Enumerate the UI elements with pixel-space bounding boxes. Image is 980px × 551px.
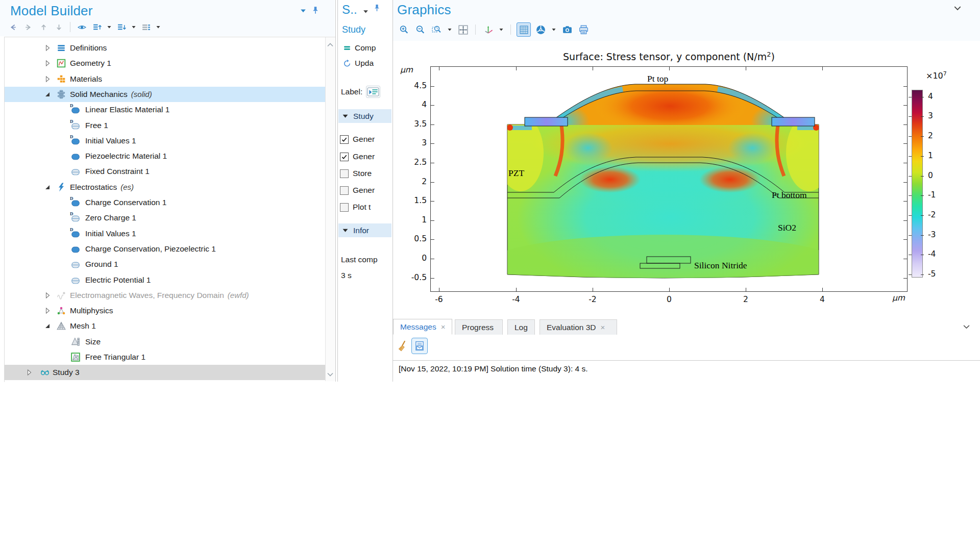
close-tab-icon[interactable]: × bbox=[601, 323, 605, 332]
zoom-out-button[interactable] bbox=[413, 23, 427, 36]
tree-item-label: Mesh 1 bbox=[70, 321, 96, 330]
move-down-button[interactable] bbox=[52, 20, 65, 34]
grid-button[interactable] bbox=[517, 22, 531, 37]
clear-broom-icon[interactable] bbox=[397, 340, 409, 352]
collapse-all-button[interactable] bbox=[90, 20, 104, 34]
tree-node-text-button[interactable] bbox=[139, 20, 153, 34]
tab-log[interactable]: Log bbox=[507, 319, 535, 335]
zoom-in-icon bbox=[399, 24, 409, 35]
scroll-up-icon[interactable] bbox=[327, 40, 334, 45]
tree-item-electrostatics[interactable]: Electrostatics(es) bbox=[5, 180, 325, 195]
pin-icon[interactable] bbox=[311, 6, 320, 16]
collapse-node-icon[interactable] bbox=[43, 90, 52, 98]
expand-node-icon[interactable] bbox=[43, 59, 52, 67]
x-tick-label: 0 bbox=[660, 295, 678, 304]
expand-node-icon[interactable] bbox=[43, 291, 52, 299]
colorbar-tick bbox=[921, 235, 924, 236]
tree-item-study-3[interactable]: Study 3 bbox=[5, 365, 325, 380]
dropdown-caret-icon[interactable] bbox=[130, 20, 137, 34]
show-button[interactable] bbox=[75, 20, 88, 34]
snapshot-button[interactable] bbox=[560, 23, 574, 36]
tree-item-label: Piezoelectric Material 1 bbox=[85, 152, 167, 160]
zoom-in-button[interactable] bbox=[397, 23, 410, 36]
view-axes-button[interactable] bbox=[481, 23, 495, 36]
panel-collapse-icon[interactable] bbox=[953, 4, 962, 13]
divider[interactable] bbox=[335, 0, 336, 382]
dropdown-caret-icon[interactable] bbox=[155, 20, 162, 34]
forward-arrow-button[interactable] bbox=[21, 20, 35, 34]
tree-item-free-1[interactable]: DFree 1 bbox=[5, 118, 325, 133]
tabbar-overflow-icon[interactable] bbox=[963, 322, 970, 332]
back-arrow-button[interactable] bbox=[6, 20, 19, 34]
expand-node-icon[interactable] bbox=[25, 368, 33, 377]
chevron-down-icon[interactable] bbox=[363, 7, 369, 16]
expand-node-icon[interactable] bbox=[43, 307, 52, 315]
tree-item-piezoelectric-material-1[interactable]: Piezoelectric Material 1 bbox=[5, 148, 325, 164]
scene-light-button[interactable] bbox=[534, 23, 547, 36]
print-icon bbox=[578, 24, 589, 35]
tree-item-geometry-1[interactable]: Geometry 1 bbox=[5, 56, 325, 71]
tree-item-ground-1[interactable]: Ground 1 bbox=[5, 257, 325, 272]
dropdown-caret-icon[interactable] bbox=[446, 23, 453, 36]
dropdown-caret-icon[interactable] bbox=[498, 23, 505, 36]
checkbox-unchecked-icon[interactable] bbox=[340, 169, 349, 178]
divider[interactable] bbox=[337, 0, 338, 382]
colorbar-tick bbox=[909, 215, 912, 216]
expand-node-icon[interactable] bbox=[43, 44, 52, 52]
zoom-extents-button[interactable] bbox=[456, 23, 470, 36]
tree-item-solid-mechanics[interactable]: Solid Mechanics(solid) bbox=[5, 87, 325, 102]
axis-tick bbox=[903, 220, 907, 221]
tree-item-charge-conservation-1[interactable]: DCharge Conservation 1 bbox=[5, 195, 325, 210]
tab-progress[interactable]: Progress bbox=[455, 319, 503, 335]
pin-icon[interactable] bbox=[373, 4, 381, 14]
tree-item-free-triangular-1[interactable]: Free Triangular 1 bbox=[5, 349, 325, 365]
annotation-sio2: SiO2 bbox=[778, 222, 796, 233]
tree-item-size[interactable]: Size bbox=[5, 334, 325, 349]
tree-item-linear-elastic-material-1[interactable]: DLinear Elastic Material 1 bbox=[5, 102, 325, 117]
compute-button[interactable]: Comp bbox=[343, 43, 376, 53]
collapse-node-icon[interactable] bbox=[43, 183, 52, 191]
y-tick-label: 0 bbox=[404, 254, 427, 263]
expand-node-icon[interactable] bbox=[43, 75, 52, 83]
mail-report-icon[interactable] bbox=[411, 338, 428, 354]
zoom-box-button[interactable] bbox=[430, 23, 443, 36]
section-study-settings[interactable]: Study bbox=[338, 109, 391, 123]
tree-item-initial-values-1[interactable]: DInitial Values 1 bbox=[5, 133, 325, 148]
tree-item-materials[interactable]: Materials bbox=[5, 71, 325, 87]
colorbar-tick-label: -5 bbox=[928, 269, 936, 279]
dropdown-caret-icon[interactable] bbox=[550, 23, 557, 36]
expand-all-button[interactable] bbox=[115, 20, 128, 34]
axis-tick bbox=[431, 86, 434, 87]
checkbox-unchecked-icon[interactable] bbox=[340, 186, 349, 195]
section-information[interactable]: Infor bbox=[338, 223, 391, 237]
tree-item-charge-conservation-piezoelectric-1[interactable]: Charge Conservation, Piezoelectric 1 bbox=[5, 241, 325, 257]
tree-item-fixed-constraint-1[interactable]: Fixed Constraint 1 bbox=[5, 164, 325, 179]
tree-item-initial-values-1[interactable]: DInitial Values 1 bbox=[5, 226, 325, 241]
multiphysics-icon bbox=[57, 306, 66, 315]
tree-item-zero-charge-1[interactable]: DZero Charge 1 bbox=[5, 210, 325, 226]
checkbox-unchecked-icon[interactable] bbox=[340, 203, 349, 212]
collapse-node-icon[interactable] bbox=[43, 322, 52, 330]
print-button[interactable] bbox=[577, 23, 590, 36]
label-tag-icon[interactable] bbox=[366, 86, 380, 98]
tree-item-multiphysics[interactable]: Multiphysics bbox=[5, 303, 325, 318]
tab-evaluation-3d[interactable]: Evaluation 3D× bbox=[540, 319, 617, 335]
scroll-down-icon[interactable] bbox=[327, 370, 334, 375]
tab-messages[interactable]: Messages× bbox=[393, 319, 452, 335]
checkbox-checked-icon[interactable] bbox=[340, 153, 349, 161]
geometry-icon bbox=[57, 59, 66, 68]
tree-item-electric-potential-1[interactable]: Electric Potential 1 bbox=[5, 272, 325, 288]
chevron-down-icon[interactable] bbox=[300, 7, 306, 16]
checkbox-checked-icon[interactable] bbox=[340, 135, 349, 144]
move-up-button[interactable] bbox=[37, 20, 50, 34]
default-node-marker: D bbox=[70, 196, 74, 201]
domain-filled-icon: D bbox=[71, 229, 80, 238]
colorbar-tick-label: 4 bbox=[928, 92, 933, 101]
tree-item-definitions[interactable]: Definitions bbox=[5, 40, 325, 56]
close-tab-icon[interactable]: × bbox=[441, 322, 446, 331]
update-button[interactable]: Upda bbox=[343, 59, 374, 68]
tree-scrollbar[interactable] bbox=[325, 37, 335, 381]
tree-item-mesh-1[interactable]: Mesh 1 bbox=[5, 318, 325, 334]
dropdown-caret-icon[interactable] bbox=[106, 20, 113, 34]
tree-item-electromagnetic-waves-frequency-domain[interactable]: Electromagnetic Waves, Frequency Domain(… bbox=[5, 288, 325, 303]
